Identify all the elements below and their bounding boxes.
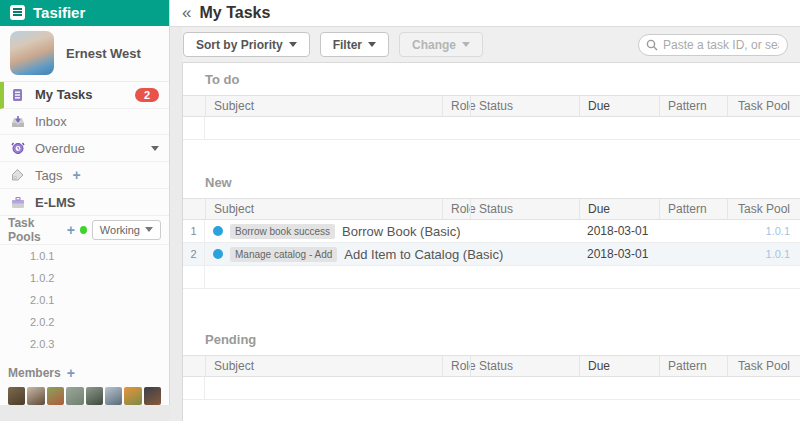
column-role: Role <box>442 199 470 219</box>
main-body: Sort by Priority Filter Change <box>170 27 800 421</box>
tag-icon <box>10 168 25 183</box>
row-number-cell <box>183 377 205 399</box>
chevron-down-icon <box>145 227 153 232</box>
new-task-dot-icon <box>213 249 223 259</box>
task-pool-cell: 1.0.1 <box>727 248 800 260</box>
member-avatar[interactable] <box>27 387 44 405</box>
task-subject-cell[interactable]: Borrow book success Borrow Book (Basic) <box>205 224 442 239</box>
task-subject[interactable]: Borrow Book (Basic) <box>342 224 460 239</box>
member-avatar[interactable] <box>8 387 25 405</box>
table-header-row: Subject Role Status Due Pattern Task Poo… <box>183 198 800 220</box>
app-window: Tasifier Ernest West My Tasks 2 Inbox Ov… <box>0 0 800 421</box>
collapse-sidebar-chevrons[interactable]: « <box>182 3 191 23</box>
sidebar-item-my-tasks[interactable]: My Tasks 2 <box>0 82 169 109</box>
inbox-icon <box>10 114 25 129</box>
task-pool-item[interactable]: 1.0.1 <box>0 245 169 267</box>
page-header: « My Tasks <box>170 0 800 27</box>
tasifier-logo-icon <box>10 5 25 20</box>
sort-by-priority-dropdown[interactable]: Sort by Priority <box>183 32 310 57</box>
sort-button-label: Sort by Priority <box>196 38 283 52</box>
task-row[interactable]: 1 Borrow book success Borrow Book (Basic… <box>183 220 800 243</box>
task-subject[interactable]: Add Item to Catalog (Basic) <box>344 247 503 262</box>
row-number-column <box>183 199 205 219</box>
sidebar-item-label: My Tasks <box>35 87 93 102</box>
column-status: Status <box>470 96 579 116</box>
alarm-clock-icon <box>10 141 25 156</box>
members-header: Members + <box>0 355 169 387</box>
task-pool-item[interactable]: 2.0.3 <box>0 333 169 355</box>
sidebar-item-tags[interactable]: Tags + <box>0 162 169 189</box>
search-icon <box>646 39 658 54</box>
member-avatar[interactable] <box>124 387 141 405</box>
briefcase-icon <box>10 195 25 210</box>
section-title: New <box>183 166 800 198</box>
task-pools-label: Task Pools <box>8 216 62 244</box>
row-number-cell <box>183 266 205 288</box>
section-title: Pending <box>183 323 800 355</box>
task-pool-link[interactable]: 1.0.1 <box>766 225 790 237</box>
filter-dropdown[interactable]: Filter <box>320 32 389 57</box>
column-task-pool: Task Pool <box>727 356 800 376</box>
page-title: My Tasks <box>199 4 270 22</box>
change-button-label: Change <box>412 38 456 52</box>
column-subject: Subject <box>205 96 442 116</box>
sidebar-item-label: E-LMS <box>35 195 75 210</box>
column-subject: Subject <box>205 356 442 376</box>
member-avatar[interactable] <box>105 387 122 405</box>
chevron-down-icon[interactable] <box>151 146 159 151</box>
chevron-down-icon <box>368 42 376 47</box>
column-due: Due <box>579 356 659 376</box>
sidebar: Tasifier Ernest West My Tasks 2 Inbox Ov… <box>0 0 170 405</box>
pool-status-filter-label: Working <box>100 224 140 236</box>
user-profile[interactable]: Ernest West <box>0 26 169 82</box>
sidebar-item-elms[interactable]: E-LMS <box>0 189 169 216</box>
task-pool-link[interactable]: 1.0.1 <box>766 248 790 260</box>
chevron-down-icon <box>289 42 297 47</box>
task-subject-cell[interactable]: Manage catalog - Add Add Item to Catalog… <box>205 247 442 262</box>
task-pool-item[interactable]: 2.0.1 <box>0 289 169 311</box>
column-due: Due <box>579 96 659 116</box>
search-box <box>638 34 788 56</box>
add-task-pool-button[interactable]: + <box>67 222 75 238</box>
task-due-cell: 2018-03-01 <box>579 224 659 238</box>
sidebar-item-label: Tags <box>35 168 62 183</box>
member-avatar[interactable] <box>86 387 103 405</box>
toolbar: Sort by Priority Filter Change <box>182 27 800 62</box>
section-new: New Subject Role Status Due Pattern Task… <box>183 166 800 289</box>
pool-status-filter-dropdown[interactable]: Working <box>92 220 161 240</box>
my-tasks-count-badge: 2 <box>135 88 159 102</box>
search-input[interactable] <box>638 34 788 56</box>
task-pool-item[interactable]: 1.0.2 <box>0 267 169 289</box>
row-number-cell <box>183 117 205 139</box>
new-task-dot-icon <box>213 226 223 236</box>
task-tag-chip: Borrow book success <box>230 224 335 239</box>
app-brand-header: Tasifier <box>0 0 169 26</box>
notebook-icon <box>10 87 25 102</box>
member-avatar[interactable] <box>66 387 83 405</box>
sidebar-item-label: Overdue <box>35 141 85 156</box>
member-avatar[interactable] <box>144 387 161 405</box>
empty-table-row <box>183 117 800 140</box>
row-number-cell: 2 <box>183 243 205 265</box>
row-number-column <box>183 356 205 376</box>
change-dropdown[interactable]: Change <box>399 32 483 57</box>
members-label: Members <box>8 366 61 380</box>
add-tag-button[interactable]: + <box>72 167 80 183</box>
sidebar-item-inbox[interactable]: Inbox <box>0 109 169 136</box>
task-pool-item[interactable]: 2.0.2 <box>0 311 169 333</box>
user-name: Ernest West <box>66 46 141 61</box>
empty-table-row <box>183 266 800 289</box>
user-avatar[interactable] <box>10 31 54 75</box>
sidebar-item-overdue[interactable]: Overdue <box>0 135 169 162</box>
member-avatar[interactable] <box>47 387 64 405</box>
table-header-row: Subject Role Status Due Pattern Task Poo… <box>183 355 800 377</box>
section-title: To do <box>183 63 800 95</box>
working-status-dot <box>80 226 87 234</box>
members-avatar-strip <box>0 387 169 405</box>
column-pattern: Pattern <box>659 356 727 376</box>
column-task-pool: Task Pool <box>727 96 800 116</box>
add-member-button[interactable]: + <box>67 365 75 381</box>
column-role: Role <box>442 356 470 376</box>
task-row[interactable]: 2 Manage catalog - Add Add Item to Catal… <box>183 243 800 266</box>
column-status: Status <box>470 199 579 219</box>
